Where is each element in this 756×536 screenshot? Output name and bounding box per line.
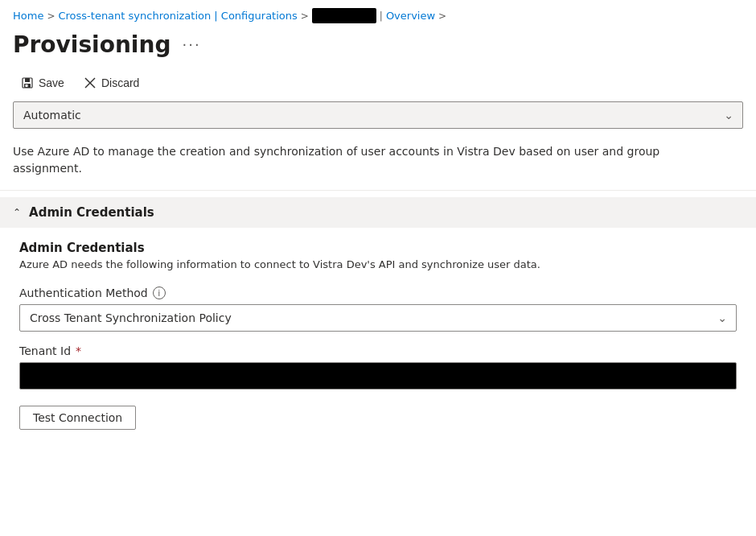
tenant-id-label-text: Tenant Id [19,344,71,357]
breadcrumb-sep-4: > [438,10,446,22]
auth-method-dropdown-wrapper: Cross Tenant Synchronization Policy ⌄ [19,304,737,332]
discard-label: Discard [101,76,139,89]
admin-credentials-header[interactable]: ⌃ Admin Credentials [0,197,756,228]
admin-credentials-content: Admin Credentials Azure AD needs the fol… [0,228,756,446]
auth-method-label-text: Authentication Method [19,287,148,299]
page-header: Provisioning ··· [0,28,756,68]
provisioning-description: Use Azure AD to manage the creation and … [0,135,692,190]
test-connection-button[interactable]: Test Connection [19,406,136,430]
toolbar: Save Discard [0,68,756,101]
mode-dropdown-wrapper: Automatic Manual Off ⌄ [13,101,743,129]
tenant-id-required-star: * [76,344,81,357]
divider [0,190,756,191]
section-chevron-icon: ⌃ [13,207,21,218]
auth-method-dropdown[interactable]: Cross Tenant Synchronization Policy [19,304,737,332]
tenant-id-input[interactable] [19,362,737,390]
mode-dropdown-container: Automatic Manual Off ⌄ [0,101,756,135]
breadcrumb-cross-tenant[interactable]: Cross-tenant synchronization | Configura… [58,10,297,22]
breadcrumb-redacted [312,8,376,23]
svg-rect-1 [25,78,30,82]
section-header-title: Admin Credentials [29,205,154,220]
breadcrumb-overview[interactable]: Overview [386,10,435,22]
breadcrumb-home[interactable]: Home [13,10,43,22]
save-icon [21,76,34,89]
save-button[interactable]: Save [13,72,72,93]
breadcrumb-sep-2: > [301,10,309,22]
discard-button[interactable]: Discard [76,72,147,93]
auth-method-info-icon[interactable]: i [153,287,166,299]
admin-credentials-desc: Azure AD needs the following information… [19,258,737,270]
discard-icon [84,76,97,89]
save-label: Save [39,76,64,89]
tenant-id-field: Tenant Id * [19,344,737,390]
admin-credentials-section: ⌃ Admin Credentials Admin Credentials Az… [0,197,756,446]
more-options-button[interactable]: ··· [177,35,205,55]
tenant-id-label: Tenant Id * [19,344,737,357]
auth-method-label: Authentication Method i [19,287,737,299]
auth-method-field: Authentication Method i Cross Tenant Syn… [19,287,737,332]
mode-dropdown[interactable]: Automatic Manual Off [13,101,743,129]
page-title: Provisioning [13,31,171,58]
breadcrumb: Home > Cross-tenant synchronization | Co… [0,0,756,28]
admin-credentials-subtitle: Admin Credentials [19,241,737,255]
breadcrumb-sep-3: | [380,10,383,22]
breadcrumb-sep-1: > [47,10,55,22]
svg-rect-3 [26,85,28,87]
